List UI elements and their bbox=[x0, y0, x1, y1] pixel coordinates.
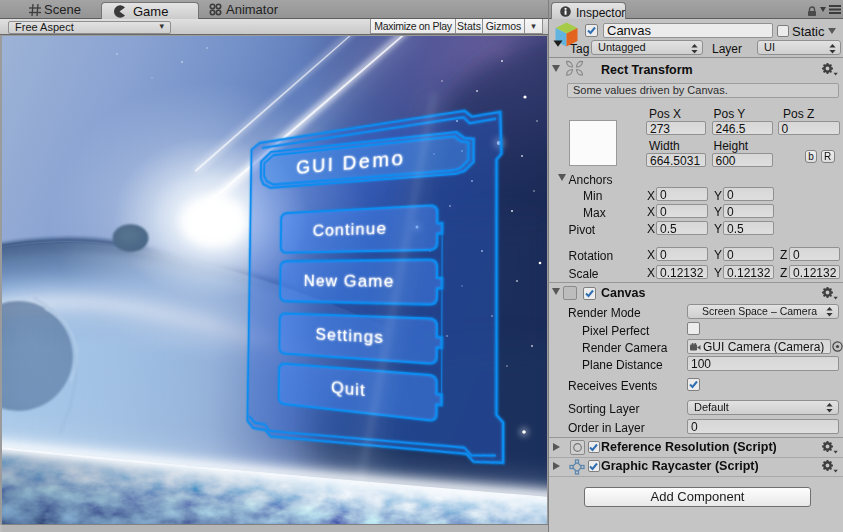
svg-text:Settings: Settings bbox=[315, 325, 384, 348]
svg-text:New Game: New Game bbox=[304, 271, 395, 291]
svg-text:Quit: Quit bbox=[331, 378, 366, 401]
svg-text:Continue: Continue bbox=[313, 219, 388, 241]
